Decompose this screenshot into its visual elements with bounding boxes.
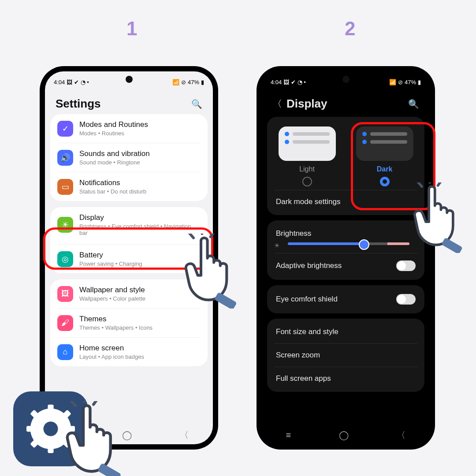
row-home-screen[interactable]: ⌂ Home screen Layout • App icon badges [50, 338, 208, 366]
camera-cutout [342, 76, 350, 83]
battery-icon: ▮ [201, 79, 204, 86]
themes-icon: 🖌 [57, 315, 73, 331]
page-title: Settings [56, 97, 101, 111]
row-modes-routines[interactable]: ✓ Modes and Routines Modes • Routines [50, 114, 208, 143]
theme-light-option[interactable]: Light [274, 126, 340, 186]
row-label: Adaptive brightness [276, 261, 342, 270]
page-title: Display [286, 97, 327, 111]
brightness-panel: Brightness ☀ Adaptive brightness [267, 220, 424, 280]
row-adaptive-brightness[interactable]: Adaptive brightness [267, 253, 424, 278]
row-notifications[interactable]: ▭ Notifications Status bar • Do not dist… [50, 172, 208, 201]
row-eye-comfort[interactable]: Eye comfort shield [267, 287, 424, 312]
row-title: Sounds and vibration [79, 149, 201, 158]
settings-header: Settings 🔍 [45, 88, 213, 117]
row-sub: Sound mode • Ringtone [79, 159, 201, 166]
row-full-screen-apps[interactable]: Full screen apps [267, 367, 424, 390]
row-title: Notifications [79, 178, 201, 187]
status-battery: 47% [405, 79, 416, 86]
nav-home-icon[interactable]: ◯ [339, 430, 349, 440]
notifications-icon: ▭ [57, 179, 73, 195]
theme-light-label: Light [274, 165, 340, 173]
step-number-1: 1 [126, 18, 137, 40]
row-label: Full screen apps [276, 374, 331, 383]
row-sub: Layout • App icon badges [79, 353, 201, 360]
row-title: Display [79, 213, 201, 222]
settings-group-1: ✓ Modes and Routines Modes • Routines 🔊 … [50, 114, 208, 201]
theme-light-radio[interactable] [302, 177, 312, 186]
battery-icon: ▮ [418, 79, 421, 86]
svg-rect-2 [48, 444, 53, 453]
row-screen-zoom[interactable]: Screen zoom [267, 344, 424, 367]
status-time: 4:04 [54, 79, 65, 86]
eye-comfort-toggle[interactable] [396, 294, 416, 305]
status-time: 4:04 [271, 79, 282, 86]
row-sub: Themes • Wallpapers • Icons [79, 324, 201, 331]
sound-icon: 🔊 [57, 150, 73, 166]
row-title: Home screen [79, 344, 201, 353]
adaptive-brightness-toggle[interactable] [396, 260, 416, 271]
tap-pointer-display [181, 234, 251, 309]
search-icon[interactable]: 🔍 [408, 99, 419, 109]
row-title: Themes [79, 315, 201, 324]
light-preview [279, 126, 336, 161]
row-sub: Status bar • Do not disturb [79, 188, 201, 195]
svg-point-10 [44, 422, 58, 436]
wallpaper-icon: 🖼 [57, 286, 73, 302]
home-icon: ⌂ [57, 344, 73, 360]
row-label: Dark mode settings [276, 197, 340, 206]
status-battery: 47% [188, 79, 199, 86]
search-icon[interactable]: 🔍 [191, 99, 202, 109]
modes-icon: ✓ [57, 121, 73, 137]
brightness-slider[interactable] [288, 242, 409, 245]
eye-comfort-panel: Eye comfort shield [267, 285, 424, 313]
tap-pointer-settings-icon [62, 401, 137, 476]
row-font-size[interactable]: Font size and style [267, 320, 424, 343]
display-header: 〈 Display 🔍 [262, 88, 430, 117]
status-right-icons: 📶 ⊘ [172, 79, 186, 86]
row-label: Eye comfort shield [276, 295, 338, 304]
tap-pointer-dark [410, 182, 476, 253]
row-sub: Modes • Routines [79, 130, 201, 137]
row-themes[interactable]: 🖌 Themes Themes • Wallpapers • Icons [50, 309, 208, 337]
row-sounds[interactable]: 🔊 Sounds and vibration Sound mode • Ring… [50, 143, 208, 172]
back-icon[interactable]: 〈 [272, 97, 282, 111]
status-right-icons: 📶 ⊘ [389, 79, 403, 86]
row-label: Font size and style [276, 327, 338, 336]
nav-recent-icon[interactable]: ≡ [286, 430, 291, 440]
step-number-2: 2 [345, 18, 355, 40]
svg-rect-1 [48, 405, 53, 413]
status-indicators: 🖼 ✔ ◔ • [283, 79, 305, 86]
brightness-low-icon: ☀ [274, 242, 280, 249]
row-title: Modes and Routines [79, 120, 201, 129]
nav-back-icon[interactable]: 〈 [397, 429, 405, 441]
nav-bar: ≡ ◯ 〈 [262, 426, 430, 444]
row-label: Screen zoom [276, 351, 320, 360]
nav-back-icon[interactable]: 〈 [180, 429, 189, 441]
brightness-label: Brightness [276, 229, 311, 238]
text-panel: Font size and style Screen zoom Full scr… [267, 319, 424, 392]
svg-rect-3 [26, 426, 35, 431]
camera-cutout [126, 76, 133, 83]
status-indicators: 🖼 ✔ ◔ • [67, 79, 89, 86]
